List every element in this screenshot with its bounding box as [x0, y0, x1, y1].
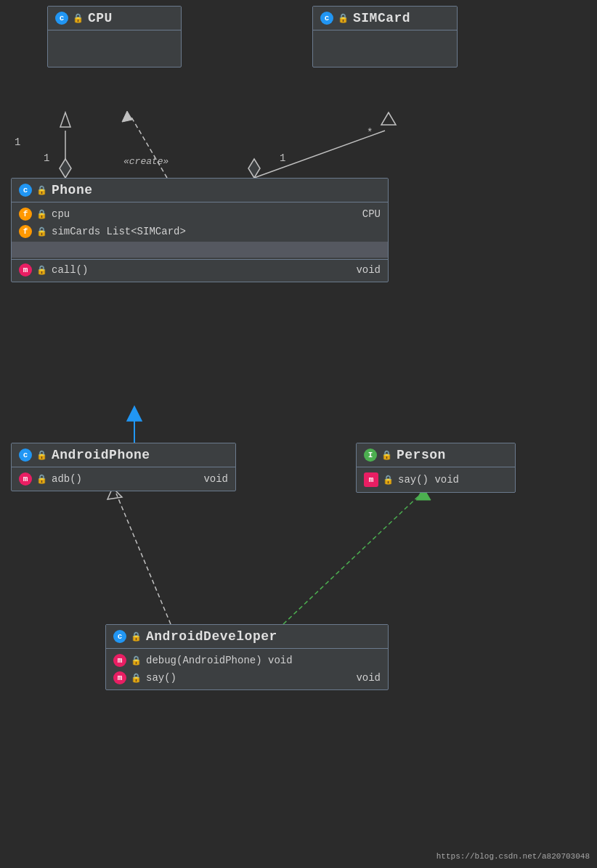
method-m-icon: m — [19, 263, 32, 277]
mult-1-left: 1 — [15, 136, 20, 148]
phone-field-cpu: f 🔒 cpu CPU — [12, 205, 388, 223]
phone-class: c 🔒 Phone f 🔒 cpu CPU f 🔒 simCards List<… — [11, 178, 389, 282]
mult-star-right: * — [367, 127, 373, 139]
androidphone-method-adb: m 🔒 adb() void — [12, 470, 235, 488]
person-method-say: m 🔒 say() void — [357, 470, 515, 489]
svg-marker-7 — [248, 159, 260, 178]
phone-lock-icon: 🔒 — [36, 185, 47, 196]
simcard-class: c 🔒 SIMCard — [312, 6, 458, 67]
androiddeveloper-method-say: m 🔒 say() void — [106, 669, 388, 687]
mult-1-right: 1 — [280, 152, 285, 164]
svg-marker-8 — [381, 112, 396, 125]
androidphone-header: c 🔒 AndroidPhone — [12, 443, 235, 467]
adb-return: void — [203, 473, 228, 485]
field-lock-icon2: 🔒 — [36, 226, 47, 237]
field-simcards-name: simCards List<SIMCard> — [52, 226, 186, 237]
androiddeveloper-method-debug: m 🔒 debug(AndroidPhone) void — [106, 652, 388, 669]
dev-say-return: void — [356, 672, 381, 684]
method-call-return: void — [356, 264, 381, 276]
androiddeveloper-lock-icon: 🔒 — [131, 631, 142, 642]
androiddeveloper-header: c 🔒 AndroidDeveloper — [106, 625, 388, 649]
method-call-name: call() — [52, 264, 88, 276]
mult-1-bottom-left: 1 — [44, 152, 49, 164]
person-body: m 🔒 say() void — [357, 467, 515, 492]
svg-marker-1 — [60, 112, 70, 127]
person-lock-icon: 🔒 — [381, 450, 392, 461]
androiddeveloper-class-name: AndroidDeveloper — [146, 629, 277, 644]
svg-line-6 — [254, 131, 385, 178]
androidphone-lock-icon: 🔒 — [36, 450, 47, 461]
adb-lock-icon: 🔒 — [36, 474, 47, 485]
svg-line-13 — [283, 494, 421, 624]
arrows-svg — [0, 0, 597, 868]
androiddeveloper-body: m 🔒 debug(AndroidPhone) void m 🔒 say() v… — [106, 649, 388, 689]
simcard-type-icon: c — [320, 12, 333, 25]
svg-line-3 — [131, 116, 167, 178]
dev-say-name: say() — [146, 672, 176, 684]
cpu-class: c 🔒 CPU — [47, 6, 182, 67]
adb-name: adb() — [52, 473, 82, 485]
person-header: I 🔒 Person — [357, 443, 515, 467]
say-lock-icon: 🔒 — [383, 475, 394, 486]
svg-marker-4 — [122, 111, 132, 122]
phone-header: c 🔒 Phone — [12, 179, 388, 202]
debug-lock-icon: 🔒 — [131, 655, 142, 666]
person-class-name: Person — [397, 448, 446, 462]
svg-marker-2 — [60, 159, 71, 178]
cpu-lock-icon: 🔒 — [73, 13, 84, 24]
stereotype-create: «create» — [123, 156, 168, 167]
svg-marker-10 — [127, 406, 142, 421]
watermark: https://blog.csdn.net/a820703048 — [436, 852, 590, 861]
field-f-icon: f — [19, 208, 32, 221]
dev-say-m-icon: m — [113, 671, 126, 684]
cpu-type-icon: c — [55, 12, 68, 25]
person-class: I 🔒 Person m 🔒 say() void — [356, 443, 516, 493]
phone-type-icon: c — [19, 184, 32, 197]
simcard-header: c 🔒 SIMCard — [313, 7, 457, 30]
simcard-lock-icon: 🔒 — [338, 13, 349, 24]
method-lock-icon: 🔒 — [36, 265, 47, 276]
phone-class-name: Phone — [52, 183, 93, 197]
person-type-icon: I — [364, 449, 377, 462]
simcard-class-name: SIMCard — [353, 11, 410, 25]
androidphone-class: c 🔒 AndroidPhone m 🔒 adb() void — [11, 443, 236, 491]
androidphone-type-icon: c — [19, 449, 32, 462]
adb-m-icon: m — [19, 472, 32, 486]
phone-body: f 🔒 cpu CPU f 🔒 simCards List<SIMCard> m… — [12, 202, 388, 282]
phone-field-simcards: f 🔒 simCards List<SIMCard> — [12, 223, 388, 240]
debug-name: debug(AndroidPhone) void — [146, 655, 293, 666]
cpu-header: c 🔒 CPU — [48, 7, 181, 30]
field-cpu-name: cpu — [52, 208, 70, 220]
androiddeveloper-class: c 🔒 AndroidDeveloper m 🔒 debug(AndroidPh… — [105, 624, 389, 690]
androidphone-class-name: AndroidPhone — [52, 448, 150, 462]
svg-line-11 — [116, 494, 171, 624]
phone-highlight-bar — [12, 242, 388, 258]
field-lock-icon: 🔒 — [36, 209, 47, 220]
debug-m-icon: m — [113, 654, 126, 667]
phone-divider — [12, 259, 388, 260]
dev-say-lock-icon: 🔒 — [131, 673, 142, 684]
say-m-icon: m — [364, 472, 378, 487]
androiddeveloper-type-icon: c — [113, 630, 126, 643]
field-cpu-type: CPU — [362, 208, 381, 220]
phone-method-call: m 🔒 call() void — [12, 261, 388, 279]
uml-diagram: c 🔒 CPU c 🔒 SIMCard 1 1 1 * «create» c 🔒… — [0, 0, 597, 868]
say-name: say() void — [398, 474, 459, 486]
simcard-body — [313, 30, 457, 67]
field-f-icon2: f — [19, 225, 32, 238]
cpu-body — [48, 30, 181, 67]
cpu-class-name: CPU — [88, 11, 113, 25]
androidphone-body: m 🔒 adb() void — [12, 467, 235, 491]
